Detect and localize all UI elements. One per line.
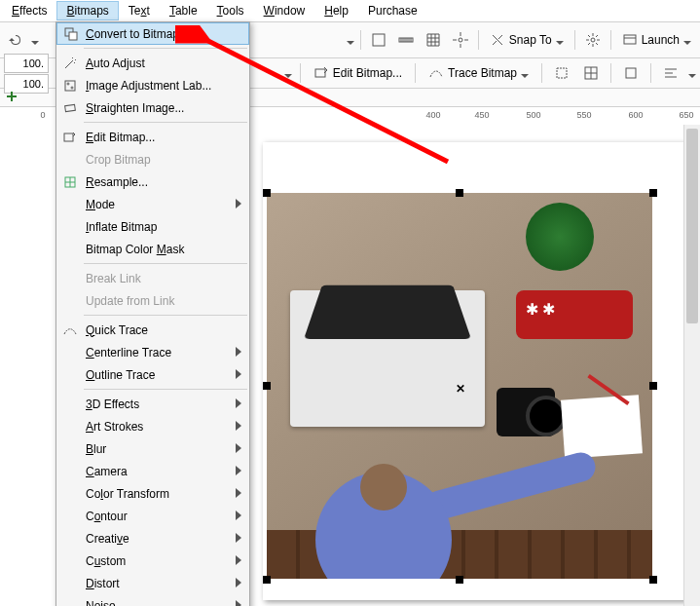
sel-handle-n[interactable] xyxy=(456,189,463,197)
menu-item-image-adjustment-lab[interactable]: Image Adjustment Lab... xyxy=(56,74,249,96)
svg-rect-0 xyxy=(373,34,385,46)
undo-button[interactable] xyxy=(4,28,27,52)
straighten-icon xyxy=(62,100,78,116)
menu-item-label: Break Link xyxy=(86,272,141,285)
menu-item-straighten-image[interactable]: Straighten Image... xyxy=(56,96,249,119)
sel-handle-se[interactable] xyxy=(649,576,657,584)
menu-item-label: 3D Effects xyxy=(86,398,139,411)
submenu-arrow-icon xyxy=(236,442,241,456)
svg-rect-15 xyxy=(64,133,73,141)
menu-item-break-link: Break Link xyxy=(56,267,249,289)
menu-item-mode[interactable]: Mode xyxy=(56,193,249,215)
trace-bitmap-label: Trace Bitmap xyxy=(448,66,517,80)
undo-dropdown[interactable] xyxy=(31,36,39,44)
svg-rect-6 xyxy=(557,68,567,78)
menu-item-label: Auto Adjust xyxy=(86,57,145,70)
menu-item-label: Quick Trace xyxy=(86,323,148,337)
sel-handle-ne[interactable] xyxy=(649,189,657,197)
edit-bitmap-label: Edit Bitmap... xyxy=(333,66,402,80)
menu-item-label: Outline Trace xyxy=(86,368,155,382)
menu-effects[interactable]: Effects xyxy=(2,1,56,20)
fullscreen-icon[interactable] xyxy=(367,28,390,52)
menu-item-label: Edit Bitmap... xyxy=(86,131,155,144)
rulers-icon[interactable] xyxy=(394,28,418,52)
align-icon[interactable] xyxy=(659,61,682,85)
menu-item-bitmap-color-mask[interactable]: Bitmap Color Mask xyxy=(56,238,249,260)
menu-bitmaps[interactable]: Bitmaps xyxy=(56,1,118,20)
menu-item-camera[interactable]: Camera xyxy=(56,460,249,482)
edit-bitmap-button[interactable]: Edit Bitmap... xyxy=(309,62,407,84)
ruler-tick: 600 xyxy=(628,110,643,120)
ruler-tick: 500 xyxy=(526,110,540,120)
menu-item-auto-adjust[interactable]: Auto Adjust xyxy=(56,52,249,74)
menu-item-distort[interactable]: Distort xyxy=(56,572,249,594)
scrollbar-vertical[interactable] xyxy=(683,125,700,606)
menu-item-contour[interactable]: Contour xyxy=(56,505,249,527)
launch-button[interactable]: Launch xyxy=(617,29,696,51)
submenu-arrow-icon xyxy=(236,599,241,607)
menu-item-label: Contour xyxy=(86,510,128,523)
menu-item-convert-to-bitmap[interactable]: Convert to Bitmap... xyxy=(56,22,249,45)
sel-handle-sw[interactable] xyxy=(263,576,271,584)
trace-icon xyxy=(62,322,78,338)
menu-item-quick-trace[interactable]: Quick Trace xyxy=(56,319,249,341)
svg-rect-4 xyxy=(624,35,636,44)
menu-help[interactable]: Help xyxy=(314,1,358,20)
sel-handle-e[interactable] xyxy=(649,382,657,390)
menu-item-label: Color Transform xyxy=(86,487,169,501)
transparency-icon[interactable] xyxy=(619,61,643,85)
trace-bitmap-button[interactable]: Trace Bitmap xyxy=(424,62,534,84)
svg-rect-10 xyxy=(69,32,77,40)
snap-to-button[interactable]: Snap To xyxy=(485,29,569,51)
align-dropdown[interactable] xyxy=(688,69,696,77)
units-dropdown[interactable] xyxy=(284,69,292,77)
ruler-vertical xyxy=(25,125,42,606)
options-icon[interactable] xyxy=(581,28,605,52)
sel-handle-w[interactable] xyxy=(263,382,271,390)
menu-item-creative[interactable]: Creative xyxy=(56,527,249,549)
submenu-arrow-icon xyxy=(236,510,241,523)
scale-x-field[interactable]: 100. xyxy=(4,54,49,73)
launch-label: Launch xyxy=(642,33,680,47)
grid-icon[interactable] xyxy=(422,28,445,52)
menu-tools[interactable]: Tools xyxy=(207,1,254,20)
menubar: EffectsBitmapsTextTableToolsWindowHelpPu… xyxy=(0,0,700,22)
submenu-arrow-icon xyxy=(236,368,241,382)
bitmaps-menu: Convert to Bitmap...Auto AdjustImage Adj… xyxy=(55,21,250,606)
menu-item-label: Custom xyxy=(86,554,126,568)
scrollbar-thumb[interactable] xyxy=(686,129,698,323)
crop-icon[interactable] xyxy=(550,61,573,85)
menu-item-noise[interactable]: Noise xyxy=(56,594,249,606)
menu-item-custom[interactable]: Custom xyxy=(56,549,249,572)
guides-icon[interactable] xyxy=(449,28,472,52)
sel-handle-nw[interactable] xyxy=(263,189,271,197)
svg-point-12 xyxy=(67,83,69,85)
submenu-arrow-icon xyxy=(236,198,241,211)
menu-item-outline-trace[interactable]: Outline Trace xyxy=(56,363,249,386)
menu-item-inflate-bitmap[interactable]: Inflate Bitmap xyxy=(56,215,249,238)
menu-item-3d-effects[interactable]: 3D Effects xyxy=(56,393,249,415)
menu-item-label: Inflate Bitmap xyxy=(86,220,157,234)
menu-table[interactable]: Table xyxy=(160,1,207,20)
svg-point-2 xyxy=(459,38,462,42)
menu-purchase[interactable]: Purchase xyxy=(358,1,427,20)
zoom-dropdown[interactable] xyxy=(347,36,354,44)
lab-icon xyxy=(62,78,78,94)
menu-item-art-strokes[interactable]: Art Strokes xyxy=(56,415,249,437)
menu-item-blur[interactable]: Blur xyxy=(56,437,249,460)
menu-item-label: Bitmap Color Mask xyxy=(86,243,184,256)
submenu-arrow-icon xyxy=(236,346,241,360)
sel-handle-s[interactable] xyxy=(456,576,463,584)
menu-window[interactable]: Window xyxy=(254,1,315,20)
add-page-button[interactable] xyxy=(6,91,18,105)
svg-rect-11 xyxy=(65,81,75,91)
menu-item-edit-bitmap[interactable]: Edit Bitmap... xyxy=(56,126,249,148)
menu-item-label: Art Strokes xyxy=(86,420,143,434)
menu-text[interactable]: Text xyxy=(119,1,160,20)
menu-item-color-transform[interactable]: Color Transform xyxy=(56,482,249,505)
snap-to-label: Snap To xyxy=(509,33,552,47)
resample-icon[interactable] xyxy=(579,61,603,85)
menu-item-centerline-trace[interactable]: Centerline Trace xyxy=(56,341,249,363)
menu-item-resample[interactable]: Resample... xyxy=(56,170,249,193)
convert-icon xyxy=(63,26,79,42)
